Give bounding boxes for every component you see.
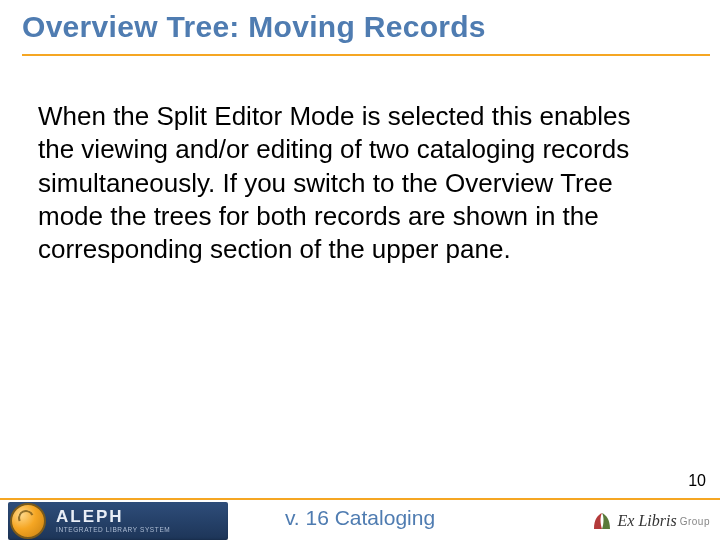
slide-title: Overview Tree: Moving Records — [22, 10, 698, 44]
exlibris-logo: Ex Libris Group — [560, 506, 710, 536]
footer-rule — [0, 498, 720, 500]
exlibris-mark-icon — [590, 509, 614, 533]
exlibris-name: Ex Libris — [618, 512, 677, 530]
page-number: 10 — [688, 472, 706, 490]
title-underline — [22, 54, 710, 56]
exlibris-group: Group — [680, 516, 710, 527]
footer: ALEPH INTEGRATED LIBRARY SYSTEM v. 16 Ca… — [0, 498, 720, 540]
slide: Overview Tree: Moving Records When the S… — [0, 0, 720, 540]
body-paragraph: When the Split Editor Mode is selected t… — [38, 100, 638, 266]
